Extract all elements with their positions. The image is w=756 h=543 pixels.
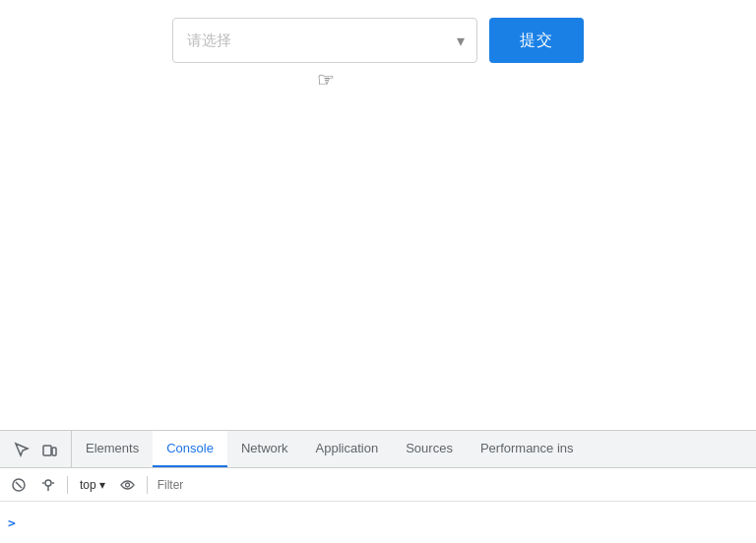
select-dropdown[interactable]: 请选择 ▾ ☞	[172, 18, 477, 63]
execution-context-dropdown[interactable]: top ▾	[74, 473, 111, 497]
tab-elements[interactable]: Elements	[72, 431, 153, 467]
tab-performance[interactable]: Performance ins	[467, 431, 588, 467]
svg-line-3	[16, 482, 22, 488]
eye-icon-button[interactable]	[115, 472, 141, 498]
toolbar-separator	[67, 476, 68, 494]
svg-rect-1	[52, 448, 56, 455]
devtools-panel: Elements Console Network Application Sou…	[0, 430, 756, 543]
select-placeholder: 请选择	[173, 31, 457, 50]
console-toolbar: top ▾	[0, 468, 756, 502]
tab-sources[interactable]: Sources	[392, 431, 467, 467]
console-content: >	[0, 502, 756, 543]
filter-button[interactable]	[35, 472, 61, 498]
svg-rect-0	[43, 446, 51, 455]
console-prompt[interactable]: >	[8, 515, 16, 530]
tab-network[interactable]: Network	[227, 431, 302, 467]
inspect-element-button[interactable]	[8, 436, 35, 463]
device-toggle-button[interactable]	[35, 436, 63, 463]
svg-point-4	[45, 480, 51, 486]
devtools-tabs-bar: Elements Console Network Application Sou…	[0, 431, 756, 468]
main-content: 请选择 ▾ ☞ 提交	[0, 0, 756, 379]
devtools-tab-list: Elements Console Network Application Sou…	[72, 431, 756, 467]
submit-button[interactable]: 提交	[489, 18, 584, 63]
top-label: top	[80, 478, 96, 492]
dropdown-arrow-icon: ▾	[99, 478, 105, 492]
clear-console-button[interactable]	[6, 472, 32, 498]
form-row: 请选择 ▾ ☞ 提交	[172, 18, 584, 63]
devtools-icon-buttons	[0, 431, 72, 467]
toolbar-separator-2	[147, 476, 148, 494]
tab-console[interactable]: Console	[153, 431, 227, 467]
chevron-down-icon: ▾	[457, 31, 476, 50]
svg-point-8	[126, 483, 130, 487]
tab-application[interactable]: Application	[302, 431, 393, 467]
cursor-pointer-icon: ☞	[317, 68, 335, 91]
console-filter-input[interactable]	[154, 474, 750, 496]
